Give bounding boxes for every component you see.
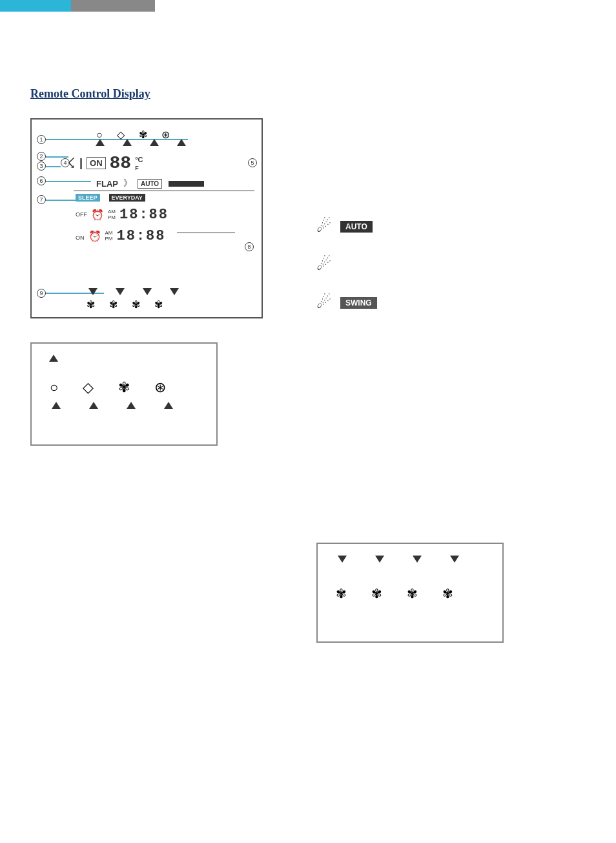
arrow-down-3 bbox=[143, 288, 152, 295]
fan-icons-bottom: ✾ ✾ ✾ ✾ bbox=[87, 298, 163, 311]
second-box-arrow-up bbox=[47, 353, 60, 364]
arrow-down-2 bbox=[116, 288, 125, 295]
fan-mid-row: ☄ bbox=[316, 255, 377, 275]
temp-display: 88 bbox=[110, 153, 132, 173]
divider-line bbox=[74, 191, 254, 191]
third-box-fan-icons: ✾ ✾ ✾ ✾ bbox=[336, 586, 453, 601]
second-box: ○ ◇ ✾ ⊛ bbox=[30, 342, 218, 446]
timer-off-row: OFF ⏰ AMPM 18:88 bbox=[76, 207, 169, 223]
clock-icon-2: ⏰ bbox=[88, 230, 101, 242]
clock-icon-1: ⏰ bbox=[91, 209, 104, 221]
second-box-mode-icons: ○ ◇ ✾ ⊛ bbox=[50, 379, 166, 396]
fan-icon-3: ✾ bbox=[132, 298, 140, 311]
fan-icon-2: ✾ bbox=[109, 298, 118, 311]
temp-unit: °CF bbox=[135, 156, 143, 171]
flap-label: FLAP bbox=[96, 179, 118, 189]
tb-fan-icon-4: ✾ bbox=[442, 586, 453, 601]
sb-arrow-1 bbox=[52, 402, 61, 409]
page-title: Remote Control Display bbox=[30, 87, 150, 101]
label-line-2 bbox=[46, 156, 68, 158]
off-label: OFF bbox=[76, 211, 87, 218]
arrow-up-1 bbox=[96, 139, 105, 146]
tb-fan-icon-1: ✾ bbox=[336, 586, 347, 601]
tb-arrow-4 bbox=[450, 556, 459, 563]
header-bar bbox=[0, 0, 616, 12]
second-box-up-arrows bbox=[50, 402, 175, 409]
tb-arrow-1 bbox=[338, 556, 347, 563]
header-blue bbox=[0, 0, 71, 12]
ampm-stack-2: AMPM bbox=[105, 231, 113, 242]
sleep-badge: SLEEP bbox=[76, 194, 100, 202]
sb-fan-icon: ✾ bbox=[118, 379, 130, 396]
main-display-box: 1 2 3 4 5 6 7 8 9 ○ ◇ ✾ ⊛ ☇ | ON 88 °CF bbox=[30, 118, 263, 318]
fan-icon-1: ✾ bbox=[87, 298, 95, 311]
tb-arrow-2 bbox=[375, 556, 384, 563]
tb-fan-icon-2: ✾ bbox=[371, 586, 382, 601]
fan-icon-4: ✾ bbox=[154, 298, 163, 311]
arrow-up-4 bbox=[177, 139, 186, 146]
timer-on-row: ON ⏰ AMPM 18:88 bbox=[76, 228, 166, 244]
arrow-up-solo bbox=[49, 355, 58, 362]
fan-wave-icon-2: ☄ bbox=[316, 255, 331, 275]
swing-indicator-badge: SWING bbox=[340, 297, 377, 309]
fan-wave-icon-3: ☄ bbox=[316, 293, 331, 313]
num-1: 1 bbox=[37, 135, 46, 144]
num-8: 8 bbox=[245, 242, 254, 251]
up-arrows-row bbox=[94, 139, 188, 146]
ampm-stack-1: AMPM bbox=[108, 209, 116, 221]
on-temp-row: ☇ | ON 88 °CF bbox=[67, 153, 143, 173]
arrow-down-1 bbox=[88, 288, 98, 295]
label-line-7 bbox=[46, 200, 76, 201]
arrow-up-2 bbox=[123, 139, 132, 146]
third-box: ✾ ✾ ✾ ✾ bbox=[316, 543, 504, 643]
header-gray bbox=[71, 0, 155, 12]
power-bar: | bbox=[79, 156, 83, 170]
num-2: 2 bbox=[37, 152, 46, 161]
tb-fan-icon-3: ✾ bbox=[407, 586, 418, 601]
fan-indicators-panel: ☄ AUTO ☄ ☄ SWING bbox=[316, 216, 377, 313]
bottom-down-arrows bbox=[87, 288, 181, 295]
num-5: 5 bbox=[248, 158, 257, 167]
arrow-line-8 bbox=[177, 233, 235, 233]
third-box-down-arrows bbox=[336, 556, 461, 563]
flap-wave-icon: 》 bbox=[123, 178, 132, 189]
on-label-2: ON bbox=[76, 234, 85, 242]
flap-row: FLAP 》 AUTO bbox=[45, 178, 251, 189]
tb-arrow-3 bbox=[413, 556, 422, 563]
signal-icon: ☇ bbox=[67, 155, 76, 172]
everyday-badge: EVERYDAY bbox=[109, 194, 145, 202]
arrow-up-3 bbox=[150, 139, 159, 146]
sb-arrow-2 bbox=[89, 402, 98, 409]
black-indicator-bar bbox=[169, 181, 204, 187]
time-display-1: 18:88 bbox=[119, 207, 169, 223]
fan-wave-icon-1: ☄ bbox=[316, 216, 331, 236]
sb-arrow-4 bbox=[164, 402, 173, 409]
sb-cool-icon: ◇ bbox=[83, 379, 94, 396]
time-display-2: 18:88 bbox=[117, 228, 166, 244]
fan-swing-row: ☄ SWING bbox=[316, 293, 377, 313]
sb-auto-icon: ○ bbox=[50, 379, 58, 396]
num-7: 7 bbox=[37, 195, 46, 204]
arrow-down-4 bbox=[170, 288, 179, 295]
sb-arrow-3 bbox=[127, 402, 136, 409]
auto-badge-outline: AUTO bbox=[138, 179, 162, 189]
num-3: 3 bbox=[37, 161, 46, 171]
sleep-everyday-row: SLEEP EVERYDAY bbox=[76, 194, 145, 202]
auto-indicator-badge: AUTO bbox=[340, 221, 373, 233]
label-line-3 bbox=[46, 166, 61, 167]
on-label: ON bbox=[87, 157, 106, 169]
num-9: 9 bbox=[37, 289, 46, 298]
fan-auto-row: ☄ AUTO bbox=[316, 216, 377, 236]
sb-dry-icon: ⊛ bbox=[154, 379, 166, 396]
